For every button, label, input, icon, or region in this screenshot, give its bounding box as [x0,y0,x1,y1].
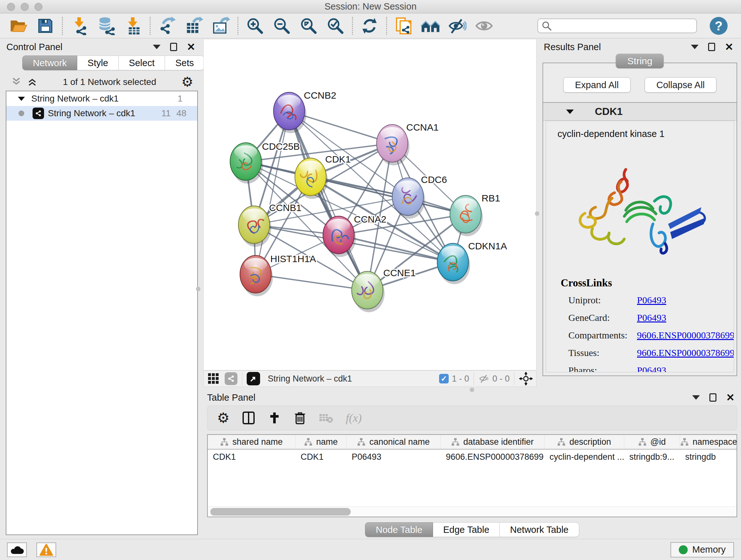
network-row[interactable]: String Network – cdk1 11 48 [6,106,197,121]
panel-menu-icon[interactable] [691,45,698,49]
crosslink-genecard[interactable]: P06493 [637,312,734,323]
node-label-CCNA1: CCNA1 [406,122,439,132]
entry-collapse-caret-icon[interactable] [566,110,574,114]
column-header-namespace[interactable]: namespace [680,435,737,449]
new-network-from-selection-button[interactable] [390,16,417,36]
export-network-button[interactable] [154,16,181,36]
import-table-file-button[interactable] [120,16,146,36]
zoom-out-button[interactable] [268,16,295,36]
selected-checkbox-icon[interactable]: ✓ [439,374,449,383]
tab-style[interactable]: Style [77,56,118,70]
column-header-shared-name[interactable]: shared name [208,435,295,449]
tab-network[interactable]: Network [22,56,77,70]
network-node-CDKN1A[interactable]: CDKN1A [437,241,507,284]
crosslink-uniprot[interactable]: P06493 [637,295,734,306]
crosslink-compartments[interactable]: 9606.ENSP00000378699 [637,330,734,341]
import-network-database-button[interactable] [93,16,120,36]
table-horizontal-scrollbar[interactable] [208,506,737,516]
detach-view-icon[interactable] [247,372,260,385]
network-options-gear-icon[interactable]: ⚙ [181,75,193,89]
column-header-id[interactable]: @id [624,435,680,449]
column-header-canonical-name[interactable]: canonical name [347,435,441,449]
float-panel-icon[interactable] [710,393,717,401]
birds-eye-grid-icon[interactable] [207,372,220,385]
node-label-CDKN1A: CDKN1A [468,241,507,251]
refresh-button[interactable] [356,16,383,36]
tab-select[interactable]: Select [119,56,165,70]
search-input[interactable] [552,21,693,31]
crosslink-pharos[interactable]: P06493 [637,365,734,372]
node-entry-header[interactable]: CDK1 [543,103,737,121]
network-canvas[interactable]: CCNB2CCNA1CDC25BCDK1CDC6RB1CCNB1CCNA2CDK… [203,39,536,370]
memory-status-dot-icon [679,545,688,554]
table-options-gear-icon[interactable]: ⚙ [217,411,229,425]
close-panel-icon[interactable]: ✕ [726,392,735,402]
tab-string[interactable]: String [616,54,664,68]
network-graph[interactable]: CCNB2CCNA1CDC25BCDK1CDC6RB1CCNB1CCNA2CDK… [204,39,536,370]
close-window-button[interactable] [7,3,15,11]
column-header-database-identifier[interactable]: database identifier [441,435,544,449]
panel-menu-icon[interactable] [692,395,700,400]
help-button[interactable]: ? [710,17,728,35]
show-all-button[interactable] [471,16,497,36]
expand-all-button[interactable]: Expand All [563,77,630,92]
toolbar-separator [238,17,239,35]
collapse-all-button[interactable]: Collapse All [645,77,717,92]
add-column-icon[interactable] [268,411,281,425]
expand-all-tree-icon[interactable] [11,77,22,87]
network-node-CDK1[interactable]: CDK1 [295,154,351,199]
cloud-icon [10,544,24,555]
tab-sets[interactable]: Sets [165,56,204,70]
export-table-button[interactable] [181,16,207,36]
show-columns-icon[interactable] [242,411,256,425]
network-collection-row[interactable]: String Network – cdk1 1 [6,91,197,106]
zoom-out-icon [273,17,291,35]
save-session-button[interactable] [32,16,59,36]
import-network-file-button[interactable] [66,16,93,36]
warning-status-button[interactable] [37,543,56,557]
network-node-CCNE1[interactable]: CCNE1 [352,267,416,312]
table-panel: Table Panel ✕ ⚙ f(x) [203,391,741,539]
scrollbar-thumb[interactable] [210,508,351,516]
zoom-in-button[interactable] [242,16,268,36]
network-node-CCNB2[interactable]: CCNB2 [273,90,336,133]
table-row[interactable]: CDK1 CDK1 P06493 9606.ENSP00000378699 cy… [208,449,737,464]
title-bar: Session: New Session [0,0,741,13]
node-table: shared name name canonical name database… [207,434,737,517]
crosslink-tissues[interactable]: 9606.ENSP00000378699 [637,348,734,358]
pan-crosshair-icon[interactable] [519,372,533,386]
network-node-CDC6[interactable]: CDC6 [392,174,447,219]
zoom-selected-icon [326,17,345,35]
float-panel-icon[interactable] [708,43,715,51]
zoom-fit-button[interactable] [295,16,322,36]
network-share-icon[interactable] [225,372,238,385]
tab-network-table[interactable]: Network Table [500,522,579,537]
node-label-CDC25B: CDC25B [262,141,300,152]
collection-expand-caret-icon[interactable] [18,97,25,101]
zoom-selected-button[interactable] [322,16,349,36]
cloud-status-button[interactable] [7,543,27,557]
open-session-button[interactable] [5,16,32,36]
left-splitter-handle[interactable] [196,287,200,291]
network-node-HIST1H1A[interactable]: HIST1H1A [240,253,316,296]
hide-selected-button[interactable] [444,16,471,36]
float-panel-icon[interactable] [170,43,177,51]
memory-button[interactable]: Memory [670,542,734,557]
export-image-button[interactable] [207,16,234,36]
toolbar-search[interactable] [537,18,697,33]
close-panel-icon[interactable]: ✕ [187,42,195,52]
column-header-name[interactable]: name [295,435,347,449]
right-splitter-handle[interactable] [535,211,539,216]
tab-edge-table[interactable]: Edge Table [433,522,500,537]
zoom-window-button[interactable] [35,3,43,11]
delete-column-trash-icon[interactable] [293,411,307,425]
collapse-all-tree-icon[interactable] [27,77,38,87]
panel-menu-icon[interactable] [153,45,160,49]
close-panel-icon[interactable]: ✕ [725,42,733,52]
column-header-description[interactable]: description [544,435,624,449]
tab-node-table[interactable]: Node Table [365,522,433,537]
network-node-RB1[interactable]: RB1 [450,193,500,236]
minimize-window-button[interactable] [21,3,29,11]
first-neighbors-button[interactable] [417,16,444,36]
network-node-CCNB1[interactable]: CCNB1 [239,202,301,247]
